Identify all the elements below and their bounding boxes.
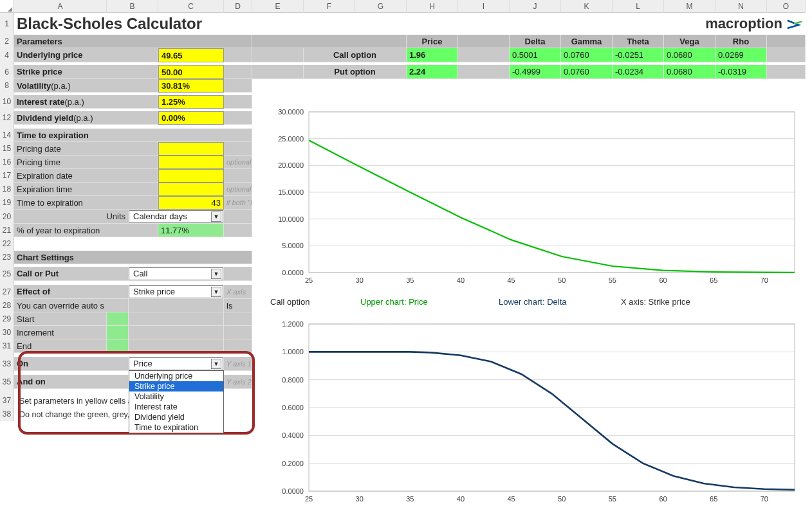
put-price: 2.24 <box>407 65 458 79</box>
underlying-label: Underlying price <box>14 48 158 62</box>
row-header[interactable] <box>0 389 14 394</box>
andon-label: And on <box>14 375 129 389</box>
exp-date-label: Expiration date <box>14 169 158 183</box>
col-I[interactable]: I <box>458 0 510 13</box>
units-select[interactable]: Calendar days▼ <box>129 210 223 223</box>
svg-text:35: 35 <box>406 495 414 503</box>
pricing-date-input[interactable] <box>158 142 224 156</box>
svg-text:1.2000: 1.2000 <box>282 320 304 328</box>
col-vega: Vega <box>664 35 715 48</box>
svg-text:40: 40 <box>457 495 465 503</box>
underlying-input[interactable]: 49.65 <box>158 48 224 62</box>
row-header[interactable]: 25 <box>0 267 14 281</box>
col-G[interactable]: G <box>355 0 407 13</box>
on-select[interactable]: Price▼ <box>129 357 223 370</box>
exp-time-input[interactable] <box>158 183 224 196</box>
col-K[interactable]: K <box>561 0 613 13</box>
call-vega: 0.0680 <box>664 48 715 62</box>
svg-text:55: 55 <box>609 495 616 503</box>
row-header[interactable]: 31 <box>0 339 14 353</box>
row-header[interactable]: 6 <box>0 65 14 79</box>
col-L[interactable]: L <box>613 0 664 13</box>
svg-text:45: 45 <box>507 495 515 503</box>
exp-date-input[interactable] <box>158 169 224 183</box>
strike-label: Strike price <box>14 65 158 79</box>
svg-text:60: 60 <box>659 276 667 284</box>
effect-dropdown-list[interactable]: Underlying price Strike price Volatility… <box>129 370 224 433</box>
col-J[interactable]: J <box>510 0 561 13</box>
dropdown-option[interactable]: Time to expiration <box>129 422 223 433</box>
col-A[interactable]: A <box>14 0 107 13</box>
svg-text:55: 55 <box>609 276 616 284</box>
col-B[interactable]: B <box>107 0 158 13</box>
svg-text:0.6000: 0.6000 <box>282 404 304 411</box>
call-option-label: Call option <box>304 48 407 62</box>
put-delta: -0.4999 <box>510 65 561 79</box>
dropdown-option[interactable]: Volatility <box>129 392 223 402</box>
svg-text:1.0000: 1.0000 <box>282 348 304 356</box>
row-header[interactable]: 33 <box>0 357 14 371</box>
row-header[interactable]: 18 <box>0 183 14 196</box>
row-header[interactable]: 15 <box>0 142 14 156</box>
svg-text:30: 30 <box>356 495 364 503</box>
pricing-time-input[interactable] <box>158 156 224 169</box>
callput-select[interactable]: Call▼ <box>129 267 223 280</box>
dropdown-option-selected[interactable]: Strike price <box>129 381 223 392</box>
row-header[interactable]: 37 <box>0 394 14 408</box>
col-D[interactable]: D <box>224 0 252 13</box>
tte-input[interactable]: 43 <box>158 196 224 210</box>
row-header[interactable]: 35 <box>0 375 14 389</box>
svg-text:70: 70 <box>761 495 768 503</box>
chart-settings-header: Chart Settings <box>14 251 252 264</box>
svg-text:65: 65 <box>710 495 717 503</box>
row-header[interactable]: 23 <box>0 251 14 264</box>
row-header[interactable]: 16 <box>0 156 14 169</box>
div-input[interactable]: 0.00% <box>158 111 224 125</box>
row-header[interactable]: 21 <box>0 224 14 237</box>
strike-input[interactable]: 50.00 <box>158 65 224 79</box>
row-header[interactable]: 20 <box>0 210 14 224</box>
svg-text:25.0000: 25.0000 <box>278 135 304 143</box>
row-header[interactable]: 4 <box>0 48 14 62</box>
row-header[interactable]: 12 <box>0 111 14 125</box>
row-header[interactable]: 38 <box>0 408 14 421</box>
col-rho: Rho <box>715 35 767 48</box>
col-N[interactable]: N <box>715 0 767 13</box>
row-header[interactable]: 10 <box>0 95 14 109</box>
col-E[interactable]: E <box>252 0 304 13</box>
svg-text:50: 50 <box>558 495 566 503</box>
col-F[interactable]: F <box>304 0 355 13</box>
col-C[interactable]: C <box>158 0 224 13</box>
svg-text:25: 25 <box>305 495 313 503</box>
row-header[interactable]: 2 <box>0 35 14 48</box>
dropdown-option[interactable]: Interest rate <box>129 402 223 412</box>
col-O[interactable]: O <box>767 0 806 13</box>
row-header[interactable]: 30 <box>0 326 14 339</box>
row-header[interactable]: 27 <box>0 285 14 299</box>
vol-label: Volatility (p.a.) <box>14 79 158 93</box>
svg-text:70: 70 <box>761 276 768 284</box>
col-H[interactable]: H <box>407 0 458 13</box>
col-theta: Theta <box>613 35 664 48</box>
pct-year-value: 11.77% <box>158 224 224 237</box>
dropdown-option[interactable]: Dividend yield <box>129 412 223 422</box>
row-header[interactable]: 1 <box>0 13 14 35</box>
row-header[interactable]: 8 <box>0 79 14 93</box>
ir-input[interactable]: 1.25% <box>158 95 224 109</box>
dropdown-option[interactable]: Underlying price <box>129 371 223 381</box>
row-headers: 1246810121415161718192021222325272829303… <box>0 13 14 421</box>
select-all-corner[interactable] <box>0 0 14 13</box>
col-price: Price <box>407 35 458 48</box>
col-M[interactable]: M <box>664 0 715 13</box>
row-header[interactable]: 17 <box>0 169 14 183</box>
effect-select[interactable]: Strike price▼ <box>129 285 223 298</box>
lower-chart: 0.00000.20000.40000.60000.80001.00001.20… <box>264 318 807 510</box>
svg-text:50: 50 <box>558 276 566 284</box>
row-header[interactable]: 28 <box>0 299 14 312</box>
row-header[interactable]: 22 <box>0 237 14 251</box>
vol-input[interactable]: 30.81% <box>158 79 224 93</box>
row-header[interactable]: 29 <box>0 312 14 326</box>
row-header[interactable]: 19 <box>0 196 14 210</box>
row-header[interactable]: 14 <box>0 129 14 142</box>
svg-text:60: 60 <box>659 495 667 503</box>
